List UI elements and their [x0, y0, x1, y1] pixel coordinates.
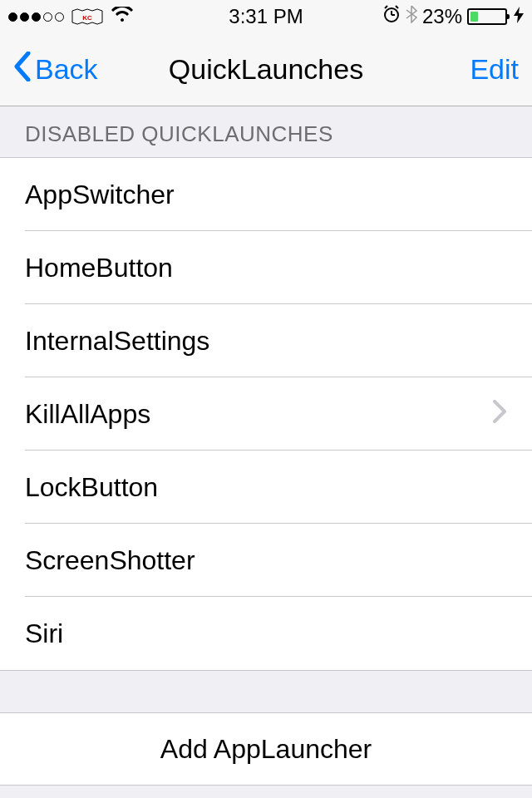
charging-icon [514, 7, 524, 27]
back-label: Back [35, 53, 98, 86]
carrier-logo-icon: KC [71, 7, 104, 26]
status-right: 23% [382, 5, 524, 28]
nav-bar: Back QuickLaunches Edit [0, 33, 532, 106]
add-applauncher-label: Add AppLauncher [160, 734, 372, 765]
alarm-icon [382, 5, 401, 28]
list-item[interactable]: Siri [0, 597, 532, 670]
page-title: QuickLaunches [169, 53, 363, 86]
quicklaunch-list: AppSwitcherHomeButtonInternalSettingsKil… [0, 157, 532, 671]
list-item[interactable]: LockButton [0, 451, 532, 524]
svg-line-4 [385, 6, 387, 8]
back-button[interactable]: Back [13, 52, 98, 88]
list-item-label: ScreenShotter [25, 545, 507, 576]
edit-button[interactable]: Edit [470, 53, 519, 86]
chevron-right-icon [492, 399, 507, 430]
status-left: KC [8, 5, 134, 28]
status-bar: KC 3:31 PM 23% [0, 0, 532, 33]
section-header: DISABLED QUICKLAUNCHES [0, 106, 532, 157]
list-item-label: LockButton [25, 472, 507, 503]
svg-line-5 [396, 6, 398, 8]
battery-icon [467, 8, 507, 25]
add-applauncher-button[interactable]: Add AppLauncher [0, 712, 532, 786]
bluetooth-icon [406, 5, 417, 28]
list-item-label: HomeButton [25, 253, 507, 283]
list-item-label: InternalSettings [25, 326, 507, 357]
list-item[interactable]: HomeButton [0, 231, 532, 304]
wifi-icon [111, 5, 134, 28]
list-item-label: KillAllApps [25, 399, 492, 430]
section-gap [0, 671, 532, 712]
signal-strength-icon [8, 12, 64, 22]
list-item[interactable]: ScreenShotter [0, 524, 532, 597]
list-item-label: Siri [25, 618, 507, 649]
battery-percentage: 23% [422, 5, 462, 28]
list-item[interactable]: AppSwitcher [0, 158, 532, 231]
svg-text:KC: KC [82, 14, 92, 22]
list-item-label: AppSwitcher [25, 180, 507, 210]
chevron-left-icon [13, 52, 32, 88]
list-item[interactable]: KillAllApps [0, 377, 532, 451]
list-item[interactable]: InternalSettings [0, 304, 532, 377]
status-time: 3:31 PM [229, 5, 303, 28]
